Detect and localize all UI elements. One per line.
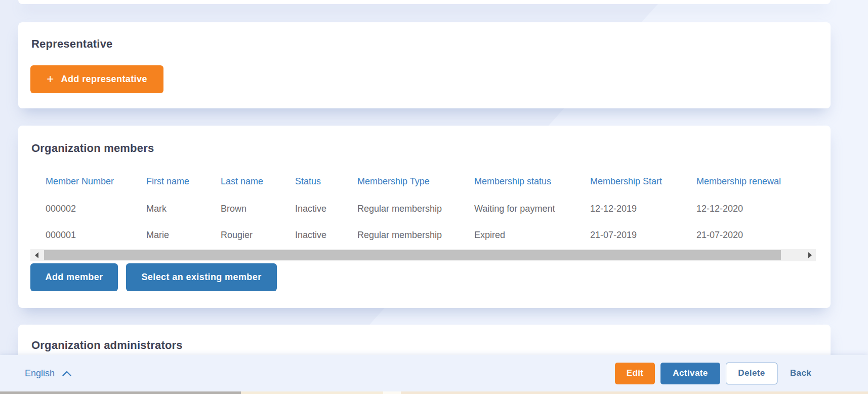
- add-representative-button[interactable]: + Add representative: [30, 65, 163, 93]
- delete-button[interactable]: Delete: [726, 363, 777, 384]
- cell-membership-renewal: 12-12-2020: [696, 204, 815, 214]
- language-label: English: [25, 368, 55, 379]
- back-button[interactable]: Back: [783, 363, 818, 384]
- column-header-membership-type[interactable]: Membership Type: [357, 176, 474, 187]
- column-header-first-name[interactable]: First name: [146, 176, 221, 187]
- cell-last-name: Brown: [221, 204, 295, 214]
- column-header-membership-renewal[interactable]: Membership renewal: [696, 176, 815, 187]
- edit-button[interactable]: Edit: [615, 363, 655, 384]
- column-header-membership-status[interactable]: Membership status: [474, 176, 590, 187]
- cell-member-number: 000002: [46, 204, 146, 214]
- chevron-up-icon: [62, 371, 71, 376]
- scroll-left-icon: [35, 252, 38, 258]
- cell-membership-status: Waiting for payment: [474, 204, 590, 214]
- strip-segment: [0, 391, 241, 394]
- add-representative-label: Add representative: [61, 74, 147, 85]
- cell-status: Inactive: [295, 204, 357, 214]
- member-actions: Add member Select an existing member: [30, 263, 277, 291]
- cell-membership-start: 12-12-2019: [590, 204, 696, 214]
- language-selector[interactable]: English: [25, 368, 71, 379]
- cell-membership-status: Expired: [474, 230, 590, 241]
- members-table: Member Number First name Last name Statu…: [46, 174, 815, 248]
- scroll-left-button[interactable]: [30, 249, 43, 261]
- cell-membership-renewal: 21-07-2020: [696, 230, 815, 241]
- organization-members-card: Organization members Member Number First…: [18, 126, 831, 308]
- scroll-right-button[interactable]: [804, 249, 816, 261]
- cell-first-name: Marie: [146, 230, 221, 241]
- table-row[interactable]: 000001 Marie Rougier Inactive Regular me…: [46, 222, 815, 248]
- footer-bar: English Edit Activate Delete Back: [0, 355, 868, 391]
- cell-membership-type: Regular membership: [357, 230, 474, 241]
- cell-last-name: Rougier: [221, 230, 295, 241]
- column-header-member-number[interactable]: Member Number: [46, 176, 146, 187]
- bottom-edge-strip: [0, 391, 868, 394]
- strip-segment: [383, 391, 401, 394]
- table-row[interactable]: 000002 Mark Brown Inactive Regular membe…: [46, 195, 815, 222]
- column-header-membership-start[interactable]: Membership Start: [590, 176, 696, 187]
- scroll-right-icon: [808, 252, 812, 258]
- cell-membership-start: 21-07-2019: [590, 230, 696, 241]
- plus-icon: +: [47, 72, 54, 86]
- column-header-last-name[interactable]: Last name: [221, 176, 295, 187]
- cell-member-number: 000001: [46, 230, 146, 241]
- cell-membership-type: Regular membership: [357, 204, 474, 214]
- footer-actions: Edit Activate Delete Back: [615, 363, 818, 384]
- representative-title: Representative: [31, 37, 113, 51]
- scrollbar-thumb[interactable]: [44, 250, 781, 260]
- organization-administrators-title: Organization administrators: [31, 339, 183, 352]
- column-header-status[interactable]: Status: [295, 176, 357, 187]
- table-header-row: Member Number First name Last name Statu…: [46, 174, 815, 188]
- cell-status: Inactive: [295, 230, 357, 241]
- activate-button[interactable]: Activate: [660, 363, 720, 384]
- add-member-button[interactable]: Add member: [30, 263, 118, 291]
- horizontal-scrollbar[interactable]: [30, 249, 816, 261]
- strip-segment: [401, 391, 868, 394]
- select-existing-member-button[interactable]: Select an existing member: [126, 263, 277, 291]
- cell-first-name: Mark: [146, 204, 221, 214]
- top-partial-card: [18, 0, 831, 4]
- organization-members-title: Organization members: [31, 142, 154, 155]
- strip-segment: [241, 391, 383, 394]
- representative-card: Representative + Add representative: [18, 22, 831, 108]
